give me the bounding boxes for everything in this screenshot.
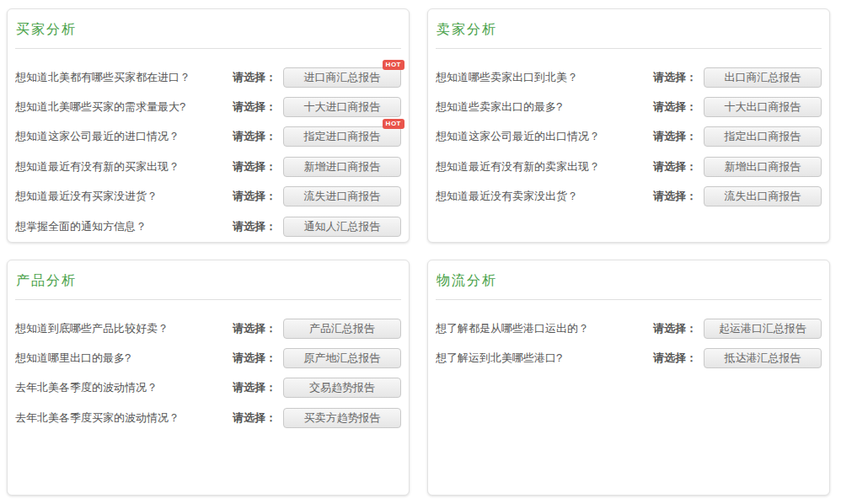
- question-text: 想知道最近没有卖家没出货？: [436, 189, 653, 204]
- question-text: 想知道这家公司最近的出口情况？: [436, 129, 653, 144]
- question-text: 想了解都是从哪些港口运出的？: [436, 321, 653, 336]
- question-text: 想知道哪些卖家出口到北美？: [436, 70, 653, 85]
- top10-exporters-report-button[interactable]: 十大出口商报告: [704, 97, 822, 117]
- button-wrap: 通知人汇总报告: [283, 217, 401, 237]
- select-label: 请选择：: [233, 219, 276, 234]
- hot-badge: HOT: [383, 60, 404, 70]
- specified-exporter-report-button[interactable]: 指定出口商报告: [704, 126, 822, 147]
- new-importers-report-button[interactable]: 新增进口商报告: [283, 157, 401, 177]
- question-text: 想知道北美哪些买家的需求量最大?: [15, 99, 233, 115]
- hot-badge: HOT: [383, 119, 404, 129]
- select-label: 请选择：: [233, 380, 276, 395]
- question-text: 想知道最近有没有新的买家出现？: [15, 159, 233, 174]
- report-row: 想了解运到北美哪些港口? 请选择： 抵达港汇总报告: [436, 343, 822, 373]
- report-row: 想知道这家公司最近的进口情况？ 请选择： 指定进口商报告 HOT: [15, 122, 401, 152]
- report-row: 想知道最近没有买家没进货？ 请选择： 流失进口商报告: [15, 182, 401, 212]
- buyer-rows: 想知道北美都有哪些买家都在进口？ 请选择： 进口商汇总报告 HOT 想知道北美哪…: [8, 49, 409, 241]
- button-wrap: 十大出口商报告: [704, 97, 822, 117]
- report-row: 想知道北美哪些买家的需求量最大? 请选择： 十大进口商报告: [15, 92, 401, 121]
- lost-exporters-report-button[interactable]: 流失出口商报告: [704, 186, 822, 206]
- button-wrap: 起运港口汇总报告: [704, 319, 822, 339]
- panel-buyer-analysis: 买家分析 想知道北美都有哪些买家都在进口？ 请选择： 进口商汇总报告 HOT 想…: [7, 8, 410, 243]
- button-wrap: 流失进口商报告: [283, 186, 401, 206]
- button-wrap: 新增出口商报告: [704, 157, 822, 177]
- report-row: 想知道最近有没有新的买家出现？ 请选择： 新增进口商报告: [15, 152, 401, 181]
- question-text: 想知道哪里出口的最多?: [15, 351, 233, 366]
- question-text: 想知道些卖家出口的最多?: [436, 99, 653, 115]
- panel-seller-analysis: 卖家分析 想知道哪些卖家出口到北美？ 请选择： 出口商汇总报告 想知道些卖家出口…: [427, 8, 830, 243]
- panel-title-seller: 卖家分析: [428, 9, 829, 38]
- panel-logistics-analysis: 物流分析 想了解都是从哪些港口运出的？ 请选择： 起运港口汇总报告 想了解运到北…: [427, 260, 830, 496]
- product-rows: 想知道到底哪些产品比较好卖？ 请选择： 产品汇总报告 想知道哪里出口的最多? 请…: [8, 300, 409, 433]
- question-text: 想了解运到北美哪些港口?: [436, 351, 653, 366]
- report-row: 想知道些卖家出口的最多? 请选择： 十大出口商报告: [436, 92, 822, 121]
- report-row: 去年北美各季度的波动情况？ 请选择： 交易趋势报告: [15, 373, 401, 403]
- button-wrap: 买卖方趋势报告: [283, 408, 401, 428]
- report-row: 去年北美各季度买家的波动情况？ 请选择： 买卖方趋势报告: [15, 403, 401, 432]
- importer-summary-report-button[interactable]: 进口商汇总报告: [283, 67, 401, 88]
- select-label: 请选择：: [653, 70, 697, 85]
- button-wrap: 指定进口商报告 HOT: [283, 126, 401, 147]
- exporter-summary-report-button[interactable]: 出口商汇总报告: [704, 67, 822, 88]
- specified-importer-report-button[interactable]: 指定进口商报告: [283, 126, 401, 147]
- question-text: 想知道到底哪些产品比较好卖？: [15, 321, 233, 336]
- question-text: 去年北美各季度买家的波动情况？: [15, 410, 233, 426]
- select-label: 请选择：: [233, 159, 276, 174]
- logistics-rows: 想了解都是从哪些港口运出的？ 请选择： 起运港口汇总报告 想了解运到北美哪些港口…: [428, 300, 829, 373]
- question-text: 想知道最近有没有新的卖家出现？: [436, 159, 653, 174]
- select-label: 请选择：: [233, 129, 276, 144]
- button-wrap: 原产地汇总报告: [283, 348, 401, 368]
- select-label: 请选择：: [233, 410, 276, 426]
- question-text: 去年北美各季度的波动情况？: [15, 380, 233, 395]
- report-row: 想知道哪些卖家出口到北美？ 请选择： 出口商汇总报告: [436, 62, 822, 92]
- select-label: 请选择：: [653, 129, 697, 144]
- select-label: 请选择：: [233, 99, 276, 115]
- question-text: 想知道最近没有买家没进货？: [15, 189, 233, 204]
- question-text: 想知道北美都有哪些买家都在进口？: [15, 70, 233, 85]
- panel-title-logistics: 物流分析: [428, 260, 829, 289]
- select-label: 请选择：: [653, 351, 697, 366]
- select-label: 请选择：: [233, 70, 276, 85]
- top10-importers-report-button[interactable]: 十大进口商报告: [283, 97, 401, 117]
- report-row: 想了解都是从哪些港口运出的？ 请选择： 起运港口汇总报告: [436, 314, 822, 343]
- report-row: 想知道北美都有哪些买家都在进口？ 请选择： 进口商汇总报告 HOT: [15, 62, 401, 92]
- question-text: 想掌握全面的通知方信息？: [15, 219, 233, 234]
- select-label: 请选择：: [653, 321, 697, 336]
- report-row: 想掌握全面的通知方信息？ 请选择： 通知人汇总报告: [15, 212, 401, 241]
- select-label: 请选择：: [653, 189, 697, 204]
- report-row: 想知道这家公司最近的出口情况？ 请选择： 指定出口商报告: [436, 122, 822, 152]
- button-wrap: 交易趋势报告: [283, 378, 401, 398]
- button-wrap: 出口商汇总报告: [704, 67, 822, 88]
- notify-party-summary-report-button[interactable]: 通知人汇总报告: [283, 217, 401, 237]
- new-exporters-report-button[interactable]: 新增出口商报告: [704, 157, 822, 177]
- report-row: 想知道最近没有卖家没出货？ 请选择： 流失出口商报告: [436, 182, 822, 212]
- select-label: 请选择：: [233, 351, 276, 366]
- port-of-lading-summary-report-button[interactable]: 起运港口汇总报告: [704, 319, 822, 339]
- panel-product-analysis: 产品分析 想知道到底哪些产品比较好卖？ 请选择： 产品汇总报告 想知道哪里出口的…: [7, 260, 410, 496]
- panel-title-product: 产品分析: [8, 260, 409, 289]
- report-row: 想知道哪里出口的最多? 请选择： 原产地汇总报告: [15, 343, 401, 373]
- report-row: 想知道最近有没有新的卖家出现？ 请选择： 新增出口商报告: [436, 152, 822, 181]
- origin-summary-report-button[interactable]: 原产地汇总报告: [283, 348, 401, 368]
- buyer-seller-trend-report-button[interactable]: 买卖方趋势报告: [283, 408, 401, 428]
- button-wrap: 指定出口商报告: [704, 126, 822, 147]
- report-row: 想知道到底哪些产品比较好卖？ 请选择： 产品汇总报告: [15, 314, 401, 343]
- lost-importers-report-button[interactable]: 流失进口商报告: [283, 186, 401, 206]
- port-of-arrival-summary-report-button[interactable]: 抵达港汇总报告: [704, 348, 822, 368]
- button-wrap: 新增进口商报告: [283, 157, 401, 177]
- seller-rows: 想知道哪些卖家出口到北美？ 请选择： 出口商汇总报告 想知道些卖家出口的最多? …: [428, 49, 829, 212]
- select-label: 请选择：: [653, 159, 697, 174]
- trade-trend-report-button[interactable]: 交易趋势报告: [283, 378, 401, 398]
- button-wrap: 抵达港汇总报告: [704, 348, 822, 368]
- product-summary-report-button[interactable]: 产品汇总报告: [283, 319, 401, 339]
- select-label: 请选择：: [233, 321, 276, 336]
- button-wrap: 十大进口商报告: [283, 97, 401, 117]
- button-wrap: 流失出口商报告: [704, 186, 822, 206]
- panel-title-buyer: 买家分析: [8, 9, 409, 38]
- button-wrap: 产品汇总报告: [283, 319, 401, 339]
- select-label: 请选择：: [233, 189, 276, 204]
- question-text: 想知道这家公司最近的进口情况？: [15, 129, 233, 144]
- analysis-dashboard: 买家分析 想知道北美都有哪些买家都在进口？ 请选择： 进口商汇总报告 HOT 想…: [0, 0, 841, 504]
- button-wrap: 进口商汇总报告 HOT: [283, 67, 401, 88]
- select-label: 请选择：: [653, 99, 697, 115]
